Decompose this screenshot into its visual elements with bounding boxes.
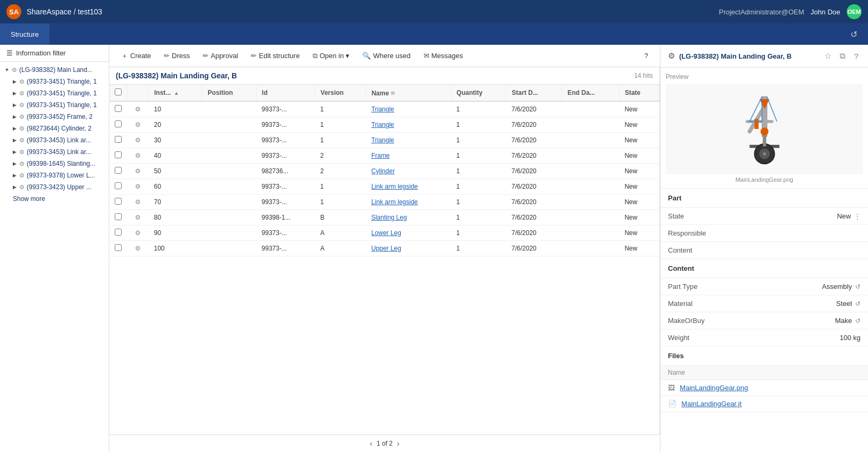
prop-action-state[interactable]: ⋮ (854, 213, 861, 220)
prop-action-material[interactable]: ↺ (855, 300, 861, 308)
sidebar-item-t3[interactable]: ▶ ⚙ (99373-3451) Triangle, 1 (0, 99, 109, 111)
col-name[interactable]: Name ≡ (366, 85, 451, 101)
files-section: Files Name 🖼 MainLandingGear.png 📄 MainL… (660, 346, 868, 412)
row-inst: 50 (149, 164, 202, 179)
col-quantity[interactable]: Quantity (451, 85, 506, 101)
row-checkbox[interactable] (115, 120, 122, 127)
row-id: 99373-... (256, 241, 315, 256)
where-used-button[interactable]: 🔍 Where used (357, 49, 416, 62)
edit-structure-button[interactable]: ✏ Edit structure (245, 49, 305, 62)
app-logo[interactable]: SA (6, 4, 21, 19)
row-name[interactable]: Frame (366, 148, 451, 164)
sidebar-item-t2[interactable]: ▶ ⚙ (99373-3451) Triangle, 1 (0, 87, 109, 99)
history-icon-btn[interactable]: ↺ (846, 27, 862, 42)
gear-icon: ⚙ (19, 160, 25, 167)
prop-row-content-header: Content (660, 242, 868, 259)
file-name-link[interactable]: MainLandingGear.png (680, 384, 748, 392)
row-name[interactable]: Triangle (366, 133, 451, 148)
row-gear-cell[interactable]: ⚙ (128, 179, 149, 195)
col-version[interactable]: Version (315, 85, 366, 101)
row-name[interactable]: Upper Leg (366, 241, 451, 256)
row-startdate: 7/6/2020 (506, 179, 562, 195)
row-quantity: 1 (451, 164, 506, 179)
messages-button[interactable]: ✉ Messages (418, 49, 468, 62)
sidebar-item-f1[interactable]: ▶ ⚙ (99373-3452) Frame, 2 (0, 111, 109, 123)
row-gear-cell[interactable]: ⚙ (128, 210, 149, 225)
file-name-link[interactable]: MainLandingGear.jt (681, 400, 742, 408)
gear-icon: ⚙ (19, 90, 25, 97)
row-checkbox[interactable] (115, 136, 122, 143)
information-filter-btn[interactable]: ☰ Information filter (0, 45, 109, 62)
row-name[interactable]: Link arm legside (366, 195, 451, 210)
sort-icon: ▲ (174, 90, 179, 96)
open-in-button[interactable]: ⧉ Open in ▾ (307, 49, 355, 63)
row-name[interactable]: Slanting Leg (366, 210, 451, 225)
avatar[interactable]: OEM (847, 4, 862, 19)
sidebar-item-la2[interactable]: ▶ ⚙ (99373-3453) Link ar... (0, 146, 109, 158)
row-checkbox[interactable] (115, 167, 122, 174)
row-checkbox[interactable] (115, 229, 122, 236)
row-checkbox[interactable] (115, 182, 122, 189)
sidebar-item-label: (LG-938382) Main Land... (19, 66, 92, 74)
col-id[interactable]: Id (256, 85, 315, 101)
col-state[interactable]: State (619, 85, 659, 101)
row-inst: 90 (149, 225, 202, 241)
sidebar-item-main[interactable]: ▼ ⚙ (LG-938382) Main Land... (0, 64, 109, 76)
row-checkbox[interactable] (115, 244, 122, 251)
row-state: New (619, 117, 659, 133)
expand-icon: ▶ (11, 101, 18, 109)
sidebar-item-c1[interactable]: ▶ ⚙ (98273644) Cylinder, 2 (0, 123, 109, 134)
approval-button[interactable]: ✏ Approval (197, 49, 243, 62)
row-gear-cell[interactable]: ⚙ (128, 195, 149, 210)
row-inst: 20 (149, 117, 202, 133)
col-enddate[interactable]: End Da... (562, 85, 619, 101)
expand-icon: ▶ (11, 113, 18, 120)
row-enddate (562, 195, 619, 210)
sidebar-item-ll1[interactable]: ▶ ⚙ (99373-9378) Lower L... (0, 170, 109, 181)
select-all-checkbox[interactable] (115, 88, 122, 95)
panel-copy-button[interactable]: ⧉ (838, 50, 848, 62)
next-page-button[interactable]: › (397, 439, 400, 448)
row-checkbox[interactable] (115, 213, 122, 220)
help-icon-btn[interactable]: ? (639, 49, 654, 62)
prop-action-makeorbuy[interactable]: ↺ (855, 317, 861, 325)
create-button[interactable]: ＋ Create (116, 49, 156, 63)
panel-star-button[interactable]: ☆ (822, 50, 833, 62)
prop-action-parttype[interactable]: ↺ (855, 283, 861, 290)
col-inst[interactable]: Inst... ▲ (149, 85, 202, 101)
row-gear-cell[interactable]: ⚙ (128, 164, 149, 179)
row-name[interactable]: Link arm legside (366, 179, 451, 195)
panel-help-button[interactable]: ? (852, 51, 861, 62)
app-title: ShareAspace / test103 (27, 7, 102, 16)
row-name[interactable]: Triangle (366, 101, 451, 117)
sidebar-item-t1[interactable]: ▶ ⚙ (99373-3451) Triangle, 1 (0, 76, 109, 87)
sidebar-item-ul1[interactable]: ▶ ⚙ (99373-3423) Upper ... (0, 181, 109, 193)
sidebar-item-sl1[interactable]: ▶ ⚙ (99398-1645) Slanting... (0, 158, 109, 170)
row-checkbox[interactable] (115, 151, 122, 158)
row-gear-cell[interactable]: ⚙ (128, 241, 149, 256)
prev-page-button[interactable]: ‹ (370, 439, 372, 448)
sidebar: ☰ Information filter ▼ ⚙ (LG-938382) Mai… (0, 45, 109, 452)
row-gear-cell[interactable]: ⚙ (128, 225, 149, 241)
row-checkbox[interactable] (115, 198, 122, 205)
show-more-button[interactable]: Show more (0, 193, 52, 207)
dress-button[interactable]: ✏ Dress (158, 49, 195, 62)
row-name[interactable]: Cylinder (366, 164, 451, 179)
row-gear-cell[interactable]: ⚙ (128, 101, 149, 117)
row-name[interactable]: Triangle (366, 117, 451, 133)
file-row: 📄 MainLandingGear.jt (660, 396, 868, 412)
row-gear-cell[interactable]: ⚙ (128, 148, 149, 164)
structure-tab[interactable]: Structure (0, 23, 50, 45)
row-checkbox-cell (109, 101, 128, 117)
row-checkbox[interactable] (115, 105, 122, 112)
row-enddate (562, 101, 619, 117)
col-position[interactable]: Position (202, 85, 256, 101)
row-quantity: 1 (451, 117, 506, 133)
row-name[interactable]: Lower Leg (366, 225, 451, 241)
row-gear-cell[interactable]: ⚙ (128, 133, 149, 148)
col-startdate[interactable]: Start D... (506, 85, 562, 101)
prop-value-makeorbuy: Make (835, 317, 852, 325)
sidebar-item-la1[interactable]: ▶ ⚙ (99373-3453) Link ar... (0, 134, 109, 146)
row-gear-cell[interactable]: ⚙ (128, 117, 149, 133)
row-state: New (619, 179, 659, 195)
